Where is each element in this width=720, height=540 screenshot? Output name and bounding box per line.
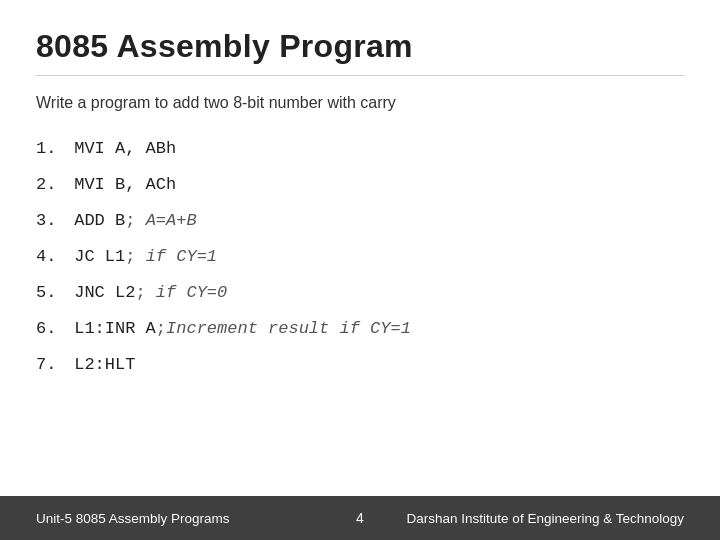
- comment-3: ; A=A+B: [125, 204, 196, 238]
- line-num-3: 3.: [36, 204, 64, 238]
- divider: [36, 75, 684, 76]
- code-text-6: L1:INR A: [64, 312, 156, 346]
- line-num-4: 4.: [36, 240, 64, 274]
- page-title: 8085 Assembly Program: [36, 28, 684, 65]
- line-num-2: 2.: [36, 168, 64, 202]
- code-text-2: MVI B, ACh: [64, 168, 176, 202]
- code-text-3: ADD B: [64, 204, 125, 238]
- code-text-1: MVI A, ABh: [64, 132, 176, 166]
- code-line-2: 2. MVI B, ACh: [36, 168, 684, 202]
- code-line-6: 6. L1:INR A ;Increment result if CY=1: [36, 312, 684, 346]
- footer-right: Darshan Institute of Engineering & Techn…: [407, 511, 684, 526]
- footer-center: 4: [356, 510, 364, 526]
- line-num-5: 5.: [36, 276, 64, 310]
- code-line-7: 7. L2:HLT: [36, 348, 684, 382]
- code-line-3: 3. ADD B ; A=A+B: [36, 204, 684, 238]
- code-block: 1. MVI A, ABh 2. MVI B, ACh 3. ADD B ; A…: [36, 132, 684, 382]
- code-line-1: 1. MVI A, ABh: [36, 132, 684, 166]
- code-text-7: L2:HLT: [64, 348, 135, 382]
- comment-6: ;Increment result if CY=1: [156, 312, 411, 346]
- line-num-7: 7.: [36, 348, 64, 382]
- code-text-5: JNC L2: [64, 276, 135, 310]
- comment-4: ; if CY=1: [125, 240, 217, 274]
- main-content: 8085 Assembly Program Write a program to…: [0, 0, 720, 404]
- line-num-6: 6.: [36, 312, 64, 346]
- comment-5: ; if CY=0: [135, 276, 227, 310]
- code-line-5: 5. JNC L2 ; if CY=0: [36, 276, 684, 310]
- footer: Unit-5 8085 Assembly Programs 4 Darshan …: [0, 496, 720, 540]
- line-num-1: 1.: [36, 132, 64, 166]
- code-text-4: JC L1: [64, 240, 125, 274]
- code-line-4: 4. JC L1 ; if CY=1: [36, 240, 684, 274]
- subtitle: Write a program to add two 8-bit number …: [36, 94, 684, 112]
- footer-left: Unit-5 8085 Assembly Programs: [36, 511, 230, 526]
